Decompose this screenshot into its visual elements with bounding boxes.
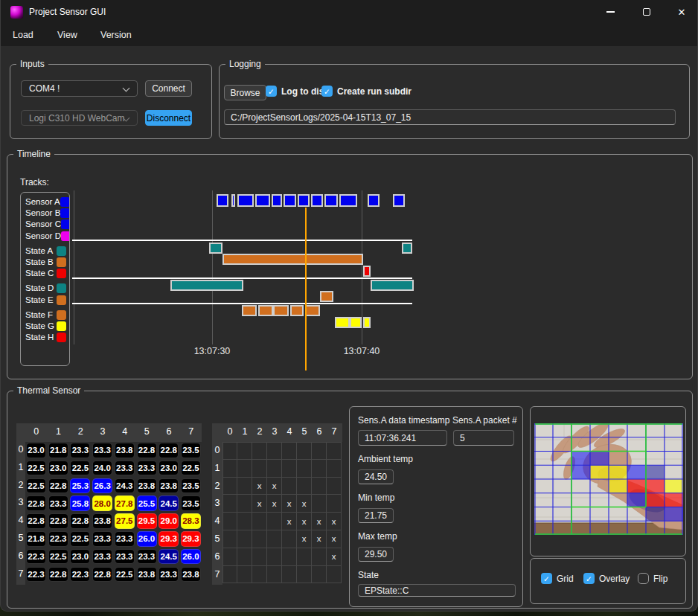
track-name: Sensor C bbox=[25, 219, 61, 230]
checkbox-overlay[interactable]: ✓ bbox=[583, 573, 595, 584]
track-item-state-h[interactable]: State H bbox=[21, 332, 69, 343]
thermal-cell: 22.8 bbox=[92, 567, 112, 583]
thermal-cell: 22.8 bbox=[26, 513, 46, 529]
mask-cell bbox=[222, 513, 237, 530]
disconnect-button[interactable]: Disconnect bbox=[145, 110, 192, 126]
maximize-button[interactable] bbox=[630, 0, 664, 24]
timeline-plot[interactable]: 13:07:3013:07:40 bbox=[72, 190, 691, 370]
checkbox-row-log-to-disk[interactable]: ✓Log to disk bbox=[266, 86, 329, 97]
track-item-state-b[interactable]: State B bbox=[21, 257, 69, 268]
mask-cell bbox=[282, 530, 297, 548]
mask-cell: x bbox=[312, 513, 327, 530]
menu-item-view[interactable]: View bbox=[57, 24, 77, 46]
track-group-separator bbox=[72, 303, 412, 304]
timeline-segment-state-d bbox=[170, 280, 243, 291]
minimize-icon bbox=[606, 11, 615, 12]
mask-cell bbox=[222, 495, 237, 513]
col-header: 5 bbox=[297, 426, 312, 437]
menu-item-load[interactable]: Load bbox=[13, 24, 33, 46]
row-header: 0 bbox=[212, 445, 222, 455]
ambient-temp-field[interactable]: 24.50 bbox=[358, 469, 394, 484]
track-item-sensor-d[interactable]: Sensor D bbox=[21, 231, 69, 242]
mask-cell bbox=[282, 478, 297, 495]
thermal-mask-grid: 0123456701234567xxxxxxxxxxxxxx bbox=[212, 423, 343, 585]
row-header: 3 bbox=[212, 498, 222, 508]
col-header: 4 bbox=[282, 426, 297, 437]
track-item-sensor-c[interactable]: Sensor C bbox=[21, 219, 69, 230]
inputs-group-label: Inputs bbox=[16, 59, 48, 70]
logging-group: Logging Browse ✓Log to disk✓Create run s… bbox=[219, 64, 690, 139]
mask-cell: x bbox=[327, 548, 342, 566]
thermal-cell: 23.5 bbox=[181, 495, 201, 511]
checkbox-row-flip[interactable]: Flip bbox=[638, 573, 667, 584]
track-item-state-f[interactable]: State F bbox=[21, 309, 69, 321]
track-item-state-c[interactable]: State C bbox=[21, 268, 69, 279]
track-item-sensor-b[interactable]: Sensor B bbox=[21, 208, 69, 219]
titlebar[interactable]: Project Sensor GUI ✕ bbox=[1, 0, 698, 24]
timestamp-field[interactable]: 11:07:36.241 bbox=[358, 430, 447, 446]
state-field[interactable]: EPState::C bbox=[358, 584, 516, 597]
thermal-cell: 23.5 bbox=[181, 443, 201, 458]
col-header: 2 bbox=[69, 426, 92, 437]
com-port-combobox[interactable]: COM4 ! bbox=[21, 80, 138, 97]
timeline-cursor[interactable] bbox=[305, 208, 307, 370]
mask-cell: x bbox=[297, 513, 312, 530]
timeline-segment-state-f bbox=[242, 305, 257, 316]
row-header: 4 bbox=[16, 515, 25, 525]
checkbox-row-grid[interactable]: ✓Grid bbox=[541, 573, 574, 584]
thermal-cell: 26.0 bbox=[137, 531, 157, 547]
checkbox-flip[interactable] bbox=[638, 573, 649, 584]
track-color-chip bbox=[57, 257, 66, 267]
log-path-field[interactable]: C:/ProjectSensorLogs/2025-04-15T13_07_15 bbox=[224, 109, 676, 125]
mask-cell bbox=[312, 460, 327, 478]
app-window: Project Sensor GUI ✕ LoadViewVersion Inp… bbox=[0, 0, 698, 612]
plot-gridline bbox=[362, 190, 362, 344]
mask-cell bbox=[327, 495, 342, 513]
thermal-cell: 23.3 bbox=[48, 495, 68, 511]
checkbox-row-overlay[interactable]: ✓Overlay bbox=[583, 573, 630, 584]
menu-item-version[interactable]: Version bbox=[100, 24, 132, 46]
timeline-segment-state-f bbox=[258, 305, 273, 316]
mask-cell bbox=[327, 478, 342, 495]
checkbox-log-to-disk[interactable]: ✓ bbox=[266, 86, 277, 97]
thermal-cell: 22.5 bbox=[26, 478, 46, 494]
row-header: 4 bbox=[212, 516, 222, 526]
mask-cell bbox=[237, 460, 252, 478]
thermal-cell: 27.5 bbox=[115, 513, 135, 529]
thermal-cell: 22.3 bbox=[26, 567, 46, 583]
track-item-state-d[interactable]: State D bbox=[21, 283, 69, 294]
track-color-chip bbox=[57, 295, 66, 305]
camera-combobox[interactable]: Logi C310 HD WebCam bbox=[21, 110, 138, 126]
thermal-cell: 29.0 bbox=[159, 513, 179, 529]
connect-button[interactable]: Connect bbox=[145, 80, 192, 97]
thermal-cell: 24.5 bbox=[159, 495, 179, 511]
mask-cell bbox=[252, 513, 267, 530]
track-item-state-g[interactable]: State G bbox=[21, 321, 69, 332]
thermal-cell: 29.3 bbox=[159, 531, 179, 547]
max-temp-field[interactable]: 29.50 bbox=[358, 547, 394, 562]
axis-tick-label: 13:07:30 bbox=[182, 346, 242, 356]
close-button[interactable]: ✕ bbox=[665, 0, 698, 24]
timeline-segment-state-a bbox=[402, 243, 412, 254]
mask-cell bbox=[237, 495, 252, 513]
tracks-label: Tracks: bbox=[20, 177, 49, 187]
minimize-button[interactable] bbox=[593, 0, 627, 24]
mask-cell bbox=[297, 566, 312, 584]
checkbox-grid[interactable]: ✓ bbox=[541, 573, 552, 584]
track-item-state-e[interactable]: State E bbox=[21, 295, 69, 306]
browse-button[interactable]: Browse bbox=[224, 85, 266, 100]
track-item-state-a[interactable]: State A bbox=[21, 246, 69, 257]
mask-cell bbox=[312, 442, 327, 460]
timeline-segment-state-g bbox=[363, 317, 371, 328]
row-header: 6 bbox=[16, 551, 25, 561]
checkbox-create-run-subdir[interactable]: ✓ bbox=[321, 86, 333, 97]
timeline-segment-sensor-a bbox=[255, 194, 270, 207]
packet-field[interactable]: 5 bbox=[453, 430, 514, 446]
mask-cell bbox=[222, 442, 237, 460]
min-temp-field[interactable]: 21.75 bbox=[358, 508, 394, 523]
row-header: 7 bbox=[212, 569, 222, 580]
col-header: 5 bbox=[136, 426, 159, 437]
thermal-cell: 22.5 bbox=[115, 567, 135, 583]
checkbox-row-create-run-subdir[interactable]: ✓Create run subdir bbox=[321, 86, 412, 97]
track-item-sensor-a[interactable]: Sensor A bbox=[21, 196, 69, 208]
